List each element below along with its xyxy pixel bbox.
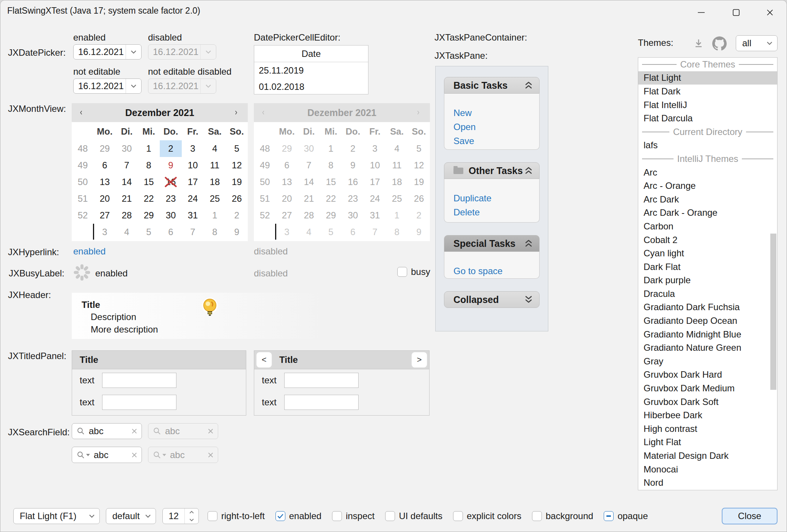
datepicker-dropdown-button[interactable] bbox=[126, 79, 141, 93]
monthview-enabled[interactable]: Dezember 2021Mo.Di.Mi.Do.Fr.Sa.So.482930… bbox=[72, 103, 248, 241]
theme-list-item[interactable]: Gray bbox=[638, 355, 777, 368]
day-cell[interactable]: 22 bbox=[138, 190, 160, 207]
theme-list-item[interactable]: lafs bbox=[638, 139, 777, 152]
search-input[interactable] bbox=[94, 450, 131, 460]
font-size-spinner[interactable]: 12 bbox=[162, 508, 199, 524]
taskpane-header[interactable]: Basic Tasks bbox=[444, 77, 540, 94]
day-cell[interactable]: 10 bbox=[182, 157, 204, 174]
themes-filter-combo[interactable]: all bbox=[736, 35, 778, 51]
github-button[interactable] bbox=[711, 35, 728, 52]
theme-list-item[interactable]: Cyan light bbox=[638, 246, 777, 260]
searchfield-menu-enabled[interactable] bbox=[72, 447, 142, 463]
day-cell[interactable]: 21 bbox=[116, 190, 138, 207]
clear-icon[interactable] bbox=[131, 428, 138, 435]
search-menu-icon[interactable] bbox=[77, 451, 85, 459]
text-input[interactable] bbox=[102, 373, 176, 388]
day-cell[interactable]: 4 bbox=[116, 224, 138, 240]
day-cell[interactable]: 4 bbox=[204, 140, 226, 157]
checkbox[interactable] bbox=[332, 511, 342, 521]
day-cell[interactable]: 12 bbox=[226, 157, 248, 174]
taskpane-link[interactable]: Go to space bbox=[453, 264, 539, 278]
taskpane-header[interactable]: Other Tasks bbox=[444, 162, 540, 179]
datepicker-enabled[interactable] bbox=[73, 44, 142, 60]
checkbox-item-enabled[interactable]: enabled bbox=[275, 511, 321, 521]
checkbox-item-ui-defaults[interactable]: UI defaults bbox=[385, 511, 442, 521]
checkbox-item-inspect[interactable]: inspect bbox=[332, 511, 375, 521]
close-window-button[interactable] bbox=[760, 3, 780, 22]
spinner-down-button[interactable] bbox=[185, 516, 198, 524]
theme-list-item[interactable]: Light Flat bbox=[638, 436, 777, 449]
month-next-button[interactable] bbox=[227, 108, 248, 117]
day-cell[interactable]: 11 bbox=[204, 157, 226, 174]
day-cell[interactable]: 7 bbox=[182, 224, 204, 240]
day-cell[interactable]: 28 bbox=[116, 207, 138, 224]
day-cell[interactable]: 18 bbox=[204, 174, 226, 190]
day-cell[interactable]: 16 bbox=[160, 174, 182, 190]
day-cell[interactable]: 20 bbox=[94, 190, 116, 207]
table-row[interactable]: 25.11.2019 bbox=[254, 62, 368, 78]
busy-checkbox[interactable] bbox=[397, 267, 407, 277]
day-cell[interactable]: 29 bbox=[94, 140, 116, 157]
day-cell[interactable]: 1 bbox=[138, 140, 160, 157]
day-cell[interactable]: 27 bbox=[94, 207, 116, 224]
font-combo[interactable]: default bbox=[106, 508, 156, 524]
theme-list-item[interactable]: High contrast bbox=[638, 422, 777, 436]
search-menu-arrow-icon[interactable] bbox=[86, 454, 90, 456]
theme-list-item[interactable]: Arc Dark - Orange bbox=[638, 206, 777, 220]
day-cell[interactable]: 9 bbox=[160, 157, 182, 174]
day-cell[interactable]: 3 bbox=[182, 140, 204, 157]
theme-list-item[interactable]: Cobalt 2 bbox=[638, 233, 777, 247]
laf-combo[interactable]: Flat Light (F1) bbox=[13, 508, 100, 524]
day-cell[interactable]: 26 bbox=[226, 190, 248, 207]
titledpanel-next-button[interactable]: > bbox=[412, 352, 427, 367]
theme-list-item[interactable]: Gruvbox Dark Hard bbox=[638, 368, 777, 382]
taskpane-header[interactable]: Special Tasks bbox=[444, 235, 540, 252]
download-themes-button[interactable] bbox=[690, 36, 707, 51]
theme-list-item[interactable]: Arc bbox=[638, 166, 777, 179]
day-cell[interactable]: 6 bbox=[94, 157, 116, 174]
checkbox[interactable] bbox=[532, 511, 542, 521]
taskpane-header[interactable]: Collapsed bbox=[444, 291, 540, 308]
theme-list-item[interactable]: Flat IntelliJ bbox=[638, 98, 777, 112]
text-input[interactable] bbox=[284, 373, 359, 388]
datepicker-noteditable-input[interactable] bbox=[78, 81, 126, 91]
theme-list-item[interactable]: Arc - Orange bbox=[638, 179, 777, 193]
checkbox-item-right-to-left[interactable]: right-to-left bbox=[208, 511, 265, 521]
theme-list-item[interactable]: Flat Darcula bbox=[638, 111, 777, 125]
taskpane-link[interactable]: New bbox=[453, 106, 539, 120]
table-column-header[interactable]: Date bbox=[254, 46, 368, 62]
day-cell[interactable]: 29 bbox=[138, 207, 160, 224]
day-cell[interactable]: 9 bbox=[226, 224, 248, 240]
titledpanel-prev-button[interactable]: < bbox=[257, 352, 272, 367]
checkbox[interactable] bbox=[385, 511, 395, 521]
day-cell[interactable]: 2 bbox=[160, 140, 182, 157]
checkbox-item-opaque[interactable]: opaque bbox=[604, 511, 648, 521]
day-cell[interactable]: 6 bbox=[160, 224, 182, 240]
taskpane-link[interactable]: Save bbox=[453, 134, 539, 148]
theme-list-item[interactable]: Monocai bbox=[638, 463, 777, 476]
theme-list-item[interactable]: Gruvbox Dark Soft bbox=[638, 395, 777, 409]
day-cell[interactable]: 5 bbox=[138, 224, 160, 240]
theme-list-item[interactable]: Hiberbee Dark bbox=[638, 408, 777, 422]
day-cell[interactable]: 1 bbox=[204, 207, 226, 224]
day-cell[interactable]: 8 bbox=[138, 157, 160, 174]
checkbox[interactable] bbox=[604, 511, 614, 521]
month-prev-button[interactable] bbox=[72, 108, 93, 117]
theme-list-item[interactable]: Dracula bbox=[638, 287, 777, 301]
theme-list-item[interactable]: Gradianto Deep Ocean bbox=[638, 314, 777, 328]
checkbox-item-explicit-colors[interactable]: explicit colors bbox=[453, 511, 521, 521]
searchfield-enabled[interactable] bbox=[72, 423, 142, 439]
day-cell[interactable]: 19 bbox=[226, 174, 248, 190]
theme-list-item[interactable]: Carbon bbox=[638, 220, 777, 233]
day-cell[interactable]: 31 bbox=[182, 207, 204, 224]
datepicker-enabled-input[interactable] bbox=[78, 47, 126, 57]
theme-list-item[interactable]: Flat Light bbox=[638, 71, 777, 85]
clear-icon[interactable] bbox=[131, 452, 138, 458]
minimize-button[interactable] bbox=[691, 3, 711, 22]
day-cell[interactable]: 15 bbox=[138, 174, 160, 190]
theme-list-item[interactable]: Gruvbox Dark Medium bbox=[638, 381, 777, 395]
hyperlink-enabled[interactable]: enabled bbox=[73, 246, 105, 257]
day-cell[interactable]: 2 bbox=[226, 207, 248, 224]
day-cell[interactable]: 23 bbox=[160, 190, 182, 207]
text-input[interactable] bbox=[284, 395, 359, 410]
